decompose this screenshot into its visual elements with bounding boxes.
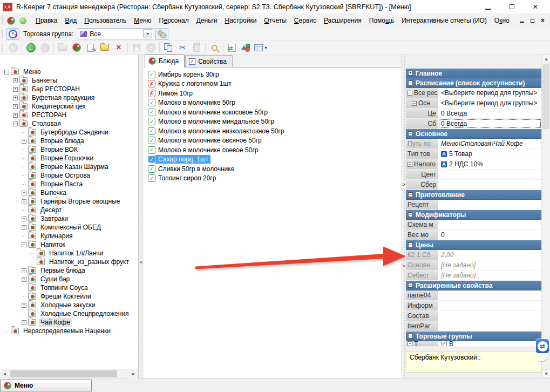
tree-item[interactable]: Вторые Острова	[0, 171, 138, 180]
tree-expand-icon[interactable]: +	[22, 303, 26, 308]
dish-category-button[interactable]	[70, 42, 83, 53]
property-value[interactable]: 0 Всегда	[438, 119, 541, 129]
list-item[interactable]: ✓Молоко в молочнике низколактозное 50гр	[144, 126, 402, 136]
checkbox-checked-icon[interactable]: ✓	[148, 71, 155, 78]
tree-item[interactable]: Вторые Паста	[0, 180, 138, 188]
tree-expand-icon[interactable]: +	[22, 320, 26, 325]
property-value[interactable]	[438, 301, 541, 310]
toolbar-grip[interactable]	[1, 16, 4, 25]
app-icon[interactable]: r_k	[3, 3, 12, 11]
status-tab-menu[interactable]: Меню	[0, 380, 92, 391]
tree-expand-icon[interactable]: +	[22, 199, 26, 204]
forward-button[interactable]: →	[38, 42, 51, 53]
property-row[interactable]: −НалогоA2 НДС 10%	[406, 159, 541, 170]
tree-item[interactable]: Нераспределяемые Наценки	[0, 327, 138, 335]
schedule-view-button[interactable]: ?	[6, 28, 19, 40]
collapse-left-icon[interactable]: <	[139, 259, 144, 266]
list-item[interactable]: ✓Сахар порц. 1шт	[144, 155, 402, 165]
checkbox-checked-icon[interactable]: ✓	[148, 137, 155, 144]
property-row[interactable]: Сб0 Всегда	[406, 119, 541, 129]
list-item[interactable]: ✓Молоко в молочнике соевое 50гр	[144, 145, 402, 155]
property-value[interactable]	[438, 200, 541, 209]
row-expand-icon[interactable]: −	[408, 341, 412, 346]
tree-item[interactable]: +Первые блюда	[0, 266, 138, 275]
tree-expand-icon[interactable]: +	[22, 225, 26, 230]
property-value[interactable]: A5 Товар	[438, 149, 541, 159]
close-button[interactable]: ×	[532, 3, 539, 11]
property-value[interactable]	[438, 290, 541, 300]
tree-item[interactable]: Напиток_из_разных фрукт	[0, 258, 138, 266]
section-expand-icon[interactable]: +	[408, 71, 413, 76]
tree-item[interactable]: Вторые Казан Шаурма	[0, 163, 138, 171]
combobox-dropdown-button[interactable]: ▼	[143, 29, 152, 38]
teamviewer-icon[interactable]: ⇄	[535, 339, 550, 363]
property-value[interactable]: 0	[438, 230, 541, 240]
menu-item-9[interactable]: Расширения	[320, 15, 365, 26]
checkbox-checked-icon[interactable]: ✓	[441, 341, 447, 346]
property-row[interactable]: Состав	[406, 311, 541, 321]
row-expand-icon[interactable]: −	[408, 162, 412, 167]
property-row[interactable]: Путь поМеню\Столовая\Чай Кофе	[406, 139, 541, 149]
property-value[interactable]	[438, 311, 541, 321]
tree-item[interactable]: +Суши бар	[0, 275, 138, 283]
property-section-header[interactable]: +Главное	[406, 69, 541, 78]
scroll-thumb[interactable]	[10, 370, 117, 377]
tree-item[interactable]: Топпинги Соуса	[0, 283, 138, 292]
menu-item-3[interactable]: Меню	[130, 15, 155, 26]
list-item[interactable]: ✗Кружка с логотипом 1шт	[144, 79, 402, 89]
property-value[interactable]: [Не задано]	[438, 260, 541, 270]
edit-item-button[interactable]: ↑	[98, 42, 111, 53]
property-value[interactable]: <Выберите период для группы>	[438, 88, 541, 98]
property-section-header[interactable]: −Расписание (список доступности)	[406, 78, 541, 88]
checkbox-checked-icon[interactable]: ✓	[148, 174, 155, 182]
property-row[interactable]: Информ	[406, 301, 541, 311]
property-row[interactable]: Себест[Не задано]	[406, 271, 541, 281]
tree-item[interactable]: +Бар РЕСТОРАН	[0, 85, 138, 93]
tree-expand-icon[interactable]: +	[22, 139, 26, 144]
save-button[interactable]	[130, 42, 143, 53]
scroll-thumb[interactable]	[542, 64, 549, 129]
property-value[interactable]: Меню\Столовая\Чай Кофе	[438, 139, 541, 148]
section-expand-icon[interactable]: −	[408, 242, 413, 247]
tree-item[interactable]: Бутерброды Сэндвичи	[0, 128, 138, 137]
tree-item[interactable]: Вторые ВОК	[0, 145, 138, 154]
checkbox-checked-icon[interactable]: ✓	[148, 109, 155, 116]
tree-item[interactable]: +Банкеты	[0, 76, 138, 85]
section-expand-icon[interactable]: −	[408, 131, 413, 136]
delete-button[interactable]: ×	[112, 42, 125, 53]
tree-expand-icon[interactable]: +	[22, 191, 26, 195]
property-value[interactable]	[438, 220, 541, 229]
scroll-left-button[interactable]: ◄	[0, 369, 9, 379]
property-row[interactable]: Тип товA5 Товар	[406, 149, 541, 159]
menu-item-6[interactable]: Настройки	[221, 15, 261, 26]
open-folder-button[interactable]	[56, 42, 69, 53]
toolbar-grip[interactable]	[1, 30, 4, 38]
checkbox-checked-icon[interactable]: ✓	[148, 127, 155, 135]
property-row[interactable]: Цент	[406, 170, 541, 180]
list-item[interactable]: ✓Имбирь корень 30гр	[144, 70, 402, 79]
back-button[interactable]: ←	[24, 42, 37, 53]
tab-properties[interactable]: ✓ Свойства	[185, 55, 233, 67]
list-item[interactable]: ✓Молоко в молочнике миндальное 50гр	[144, 117, 402, 127]
undo-button[interactable]: ↺	[144, 42, 157, 53]
checkbox-checked-icon[interactable]: ✓	[148, 99, 155, 106]
property-section-header[interactable]: −Модификаторы	[406, 210, 541, 220]
mdi-minimize-button[interactable]	[520, 18, 524, 23]
new-item-button[interactable]: ↷	[84, 42, 97, 53]
columns-view-button[interactable]: ▼	[254, 42, 268, 53]
paste-button[interactable]	[190, 42, 203, 53]
list-item[interactable]: ✓Топпинг сироп 20гр	[144, 174, 402, 184]
collapse-right-icon[interactable]: >	[402, 181, 406, 188]
tree-item[interactable]: +Кондитерский цех	[0, 102, 138, 111]
section-expand-icon[interactable]: −	[408, 80, 413, 85]
tree-item[interactable]: Вторые Горшочки	[0, 154, 138, 163]
menu-item-4[interactable]: Персонал	[155, 15, 193, 26]
tree-item[interactable]: +Комплексный ОБЕД	[0, 223, 138, 232]
property-row[interactable]: Це0 Всегда	[406, 109, 541, 119]
property-value[interactable]: A2 НДС 10%	[438, 159, 541, 169]
list-item[interactable]: ✓Молоко в молочнике кокосовое 50гр	[144, 107, 402, 117]
tree-item[interactable]: −Столовая	[0, 119, 138, 128]
menu-item-2[interactable]: Пользователь	[80, 15, 130, 26]
checkbox-checked-icon[interactable]: ✓	[148, 146, 155, 154]
property-value[interactable]: 2,00	[438, 250, 541, 260]
